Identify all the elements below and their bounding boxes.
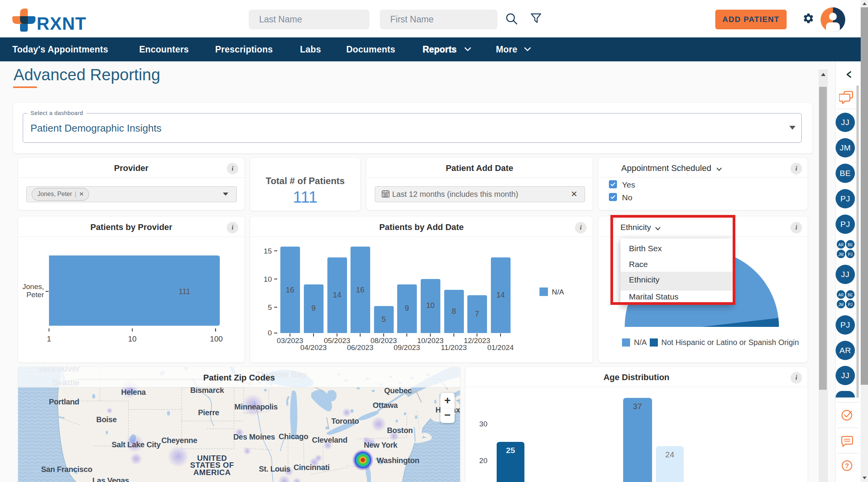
- svg-text:Salt Lake City: Salt Lake City: [112, 440, 161, 449]
- svg-text:Chicago: Chicago: [279, 432, 308, 441]
- svg-text:N/A: N/A: [634, 338, 647, 347]
- svg-text:20: 20: [479, 457, 487, 465]
- svg-text:111: 111: [179, 287, 190, 296]
- svg-text:Pierre: Pierre: [198, 408, 219, 417]
- svg-text:5: 5: [268, 303, 272, 311]
- svg-text:12/2023: 12/2023: [464, 337, 490, 345]
- svg-text:0: 0: [268, 329, 272, 337]
- svg-text:St. Louis: St. Louis: [259, 465, 290, 473]
- svg-text:16: 16: [356, 286, 364, 294]
- svg-text:Portland: Portland: [49, 397, 79, 406]
- svg-text:9: 9: [311, 304, 315, 312]
- svg-text:01/2024: 01/2024: [487, 343, 514, 352]
- svg-text:37: 37: [633, 402, 642, 411]
- svg-text:11/2023: 11/2023: [441, 343, 467, 352]
- svg-text:Las Vegas: Las Vegas: [92, 476, 129, 482]
- svg-text:10: 10: [128, 335, 137, 343]
- svg-text:05/2023: 05/2023: [324, 337, 351, 345]
- svg-text:Boise: Boise: [96, 415, 117, 424]
- svg-text:14: 14: [496, 291, 505, 299]
- svg-text:10/2023: 10/2023: [417, 337, 444, 345]
- svg-text:Not Hispanic or Latino or Span: Not Hispanic or Latino or Spanish Origin: [661, 338, 799, 347]
- svg-text:New York: New York: [364, 441, 398, 449]
- svg-text:Jones,: Jones,: [22, 282, 44, 291]
- svg-text:N/A: N/A: [552, 288, 564, 296]
- svg-text:16: 16: [286, 286, 294, 294]
- svg-text:Helena: Helena: [121, 388, 146, 396]
- svg-text:09/2023: 09/2023: [394, 343, 420, 352]
- svg-text:5: 5: [381, 315, 386, 323]
- svg-text:24: 24: [665, 450, 674, 459]
- svg-text:10: 10: [264, 275, 272, 283]
- svg-text:30: 30: [479, 420, 487, 428]
- svg-text:Minneapolis: Minneapolis: [234, 403, 278, 411]
- svg-text:08/2023: 08/2023: [371, 337, 397, 345]
- svg-text:1: 1: [47, 335, 51, 343]
- svg-text:8: 8: [452, 307, 456, 315]
- svg-text:Boston: Boston: [387, 426, 413, 435]
- svg-text:Toronto: Toronto: [331, 417, 359, 425]
- svg-text:7: 7: [475, 309, 479, 318]
- svg-text:Des Moines: Des Moines: [233, 433, 275, 441]
- svg-text:15: 15: [264, 247, 272, 255]
- svg-text:04/2023: 04/2023: [300, 343, 327, 352]
- svg-text:San Francisco: San Francisco: [41, 465, 93, 474]
- svg-text:06/2023: 06/2023: [347, 343, 374, 352]
- svg-text:Washington: Washington: [377, 456, 420, 465]
- svg-text:25: 25: [506, 446, 515, 455]
- svg-text:AMERICA: AMERICA: [194, 468, 231, 477]
- svg-text:Cincinnati: Cincinnati: [293, 463, 330, 472]
- svg-text:100: 100: [210, 335, 222, 343]
- svg-text:Quebec: Quebec: [384, 386, 412, 395]
- svg-text:14: 14: [333, 291, 341, 299]
- svg-text:03/2023: 03/2023: [277, 337, 303, 345]
- svg-text:?: ?: [845, 462, 849, 470]
- svg-text:Cheyenne: Cheyenne: [161, 436, 197, 445]
- svg-text:9: 9: [405, 304, 409, 312]
- svg-text:RXNT: RXNT: [37, 14, 86, 32]
- svg-text:Cleveland: Cleveland: [312, 436, 347, 444]
- svg-text:10: 10: [426, 301, 435, 309]
- svg-text:Ottawa: Ottawa: [373, 401, 398, 409]
- svg-text:Peter: Peter: [27, 291, 44, 299]
